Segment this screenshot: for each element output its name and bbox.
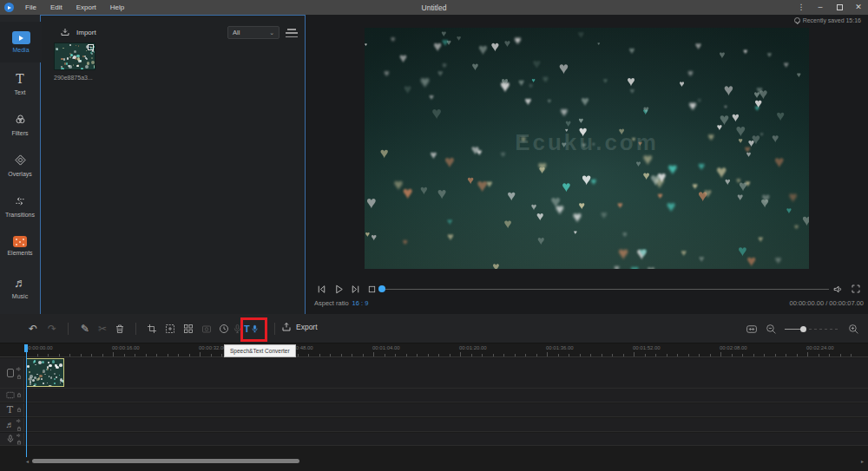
media-clip-name: 290e8875a3...: [54, 75, 95, 81]
close-button[interactable]: ✕: [849, 0, 868, 15]
filters-icon: [14, 112, 27, 128]
text-icon: T: [16, 71, 23, 87]
undo-icon[interactable]: ↶: [27, 323, 39, 335]
preview-meta-row: Aspect ratio16 : 9 00:00:00.00 / 00:00:0…: [306, 298, 868, 310]
track-text[interactable]: T: [0, 403, 868, 417]
timeline-zoom-slider[interactable]: [785, 323, 840, 335]
mosaic-icon[interactable]: [182, 323, 194, 335]
app-window: File Edit Export Help Untitled ⋮ – ✕ Med…: [0, 0, 868, 471]
window-title: Untitled: [0, 3, 868, 12]
sidebar-item-label: Filters: [11, 130, 28, 136]
lock-icon[interactable]: [16, 392, 22, 398]
chevron-down-icon: ⌄: [269, 29, 274, 36]
track-text-header: T: [0, 403, 24, 416]
sidebar-item-transitions[interactable]: Transitions: [0, 185, 40, 226]
sidebar-item-label: Overlays: [8, 171, 32, 177]
timeline-scrollbar[interactable]: [32, 459, 299, 463]
sidebar-item-music[interactable]: ♬ Music: [0, 266, 40, 307]
toolbar: ↶ ↷ ✎ ✂ T: [0, 314, 868, 343]
import-button[interactable]: Import: [60, 27, 96, 37]
sidebar-item-label: Text: [15, 89, 26, 95]
playhead[interactable]: [26, 344, 27, 457]
play-button[interactable]: [332, 282, 345, 296]
freeze-frame-icon[interactable]: [164, 323, 176, 335]
zoom-out-icon[interactable]: [766, 324, 777, 335]
export-icon: [281, 322, 292, 332]
sidebar-item-label: Transitions: [5, 212, 35, 218]
sidebar-item-filters[interactable]: Filters: [0, 103, 40, 144]
media-filter-select[interactable]: All ⌄: [227, 26, 279, 39]
zoom-slider-handle[interactable]: [800, 326, 806, 332]
add-to-timeline-icon[interactable]: +: [88, 44, 94, 50]
delete-icon[interactable]: [114, 323, 126, 335]
mute-icon[interactable]: [16, 433, 22, 438]
maximize-button[interactable]: [830, 0, 849, 15]
music-track-icon: ♬: [4, 420, 16, 429]
sidebar-item-label: Media: [12, 47, 29, 53]
track-record[interactable]: [0, 433, 868, 446]
lock-icon[interactable]: [16, 374, 22, 380]
mute-icon[interactable]: [16, 418, 22, 424]
import-label: Import: [76, 29, 96, 36]
sidebar-item-overlays[interactable]: Overlays: [0, 144, 40, 185]
fullscreen-icon[interactable]: [849, 282, 863, 296]
list-view-icon[interactable]: [286, 29, 298, 37]
aspect-ratio[interactable]: Aspect ratio16 : 9: [314, 299, 368, 307]
video-preview[interactable]: ♥♥♥♥♥♥♥♥♥♥♥♥♥♥♥♥♥♥♥♥♥♥♥♥♥♥♥♥♥♥♥♥♥♥♥♥♥♥♥♥…: [365, 28, 809, 269]
track-pip-header: [0, 389, 24, 402]
track-pip[interactable]: [0, 389, 868, 402]
video-track-icon: [4, 367, 16, 379]
media-clip-item[interactable]: + 290e8875a3...: [54, 43, 95, 81]
export-label: Export: [296, 323, 318, 331]
lock-icon[interactable]: [16, 407, 22, 413]
media-filter-value: All: [233, 29, 240, 36]
timeline-clip[interactable]: [26, 358, 64, 387]
track-music-header: ♬: [0, 418, 24, 431]
snapshot-icon[interactable]: [201, 323, 213, 335]
next-frame-button[interactable]: [348, 282, 362, 296]
media-clip-thumbnail[interactable]: +: [54, 43, 95, 70]
sidebar: Media T Text Filters Overlays: [0, 15, 41, 314]
video-watermark: Ecuku.com: [365, 129, 809, 156]
scroll-right-icon[interactable]: ▸: [861, 458, 864, 464]
sidebar-item-elements[interactable]: Elements: [0, 226, 40, 266]
timeline: 00:00:00.0000:00:16.0000:00:32.0000:00:4…: [0, 343, 868, 471]
record-track-icon: [4, 434, 16, 444]
track-music[interactable]: ♬: [0, 418, 868, 432]
redo-icon[interactable]: ↷: [46, 323, 58, 335]
preview-progress-handle[interactable]: [378, 285, 385, 292]
track-video[interactable]: [0, 358, 868, 389]
duration-icon[interactable]: [218, 323, 230, 335]
track-record-header: [0, 433, 24, 445]
minimize-button[interactable]: –: [811, 0, 830, 15]
track-video-header: [0, 358, 24, 388]
timeline-zoom-controls: [746, 323, 859, 335]
overlays-icon: [14, 153, 27, 168]
music-icon: ♬: [14, 275, 26, 291]
split-icon[interactable]: ✂: [96, 323, 108, 335]
edit-icon[interactable]: ✎: [79, 323, 91, 335]
preview-progress-bar[interactable]: [382, 289, 829, 290]
mute-icon[interactable]: [16, 366, 22, 372]
volume-icon[interactable]: [831, 282, 845, 296]
sidebar-item-label: Music: [12, 293, 28, 299]
media-panel: Import All ⌄ + 290e8875a3...: [41, 15, 306, 314]
scroll-left-icon[interactable]: ◂: [26, 458, 29, 464]
timecode: 00:00:00.00 / 00:00:07.00: [790, 299, 865, 307]
previous-frame-button[interactable]: [314, 282, 328, 296]
timeline-ruler[interactable]: 00:00:00.0000:00:16.0000:00:32.0000:00:4…: [0, 343, 868, 357]
export-button[interactable]: Export: [281, 322, 318, 332]
sidebar-item-media[interactable]: Media: [0, 22, 42, 62]
lock-icon[interactable]: [16, 426, 22, 432]
speech-text-converter-icon[interactable]: T: [244, 323, 265, 335]
lock-icon[interactable]: [16, 440, 22, 445]
stop-button[interactable]: [365, 282, 378, 296]
pip-track-icon: [4, 390, 16, 400]
crop-icon[interactable]: [146, 323, 158, 335]
fit-timeline-icon[interactable]: [746, 324, 758, 335]
sidebar-item-text[interactable]: T Text: [0, 62, 40, 103]
zoom-in-icon[interactable]: [848, 324, 859, 335]
more-menu-icon[interactable]: ⋮: [792, 0, 811, 15]
title-bar: File Edit Export Help Untitled ⋮ – ✕: [0, 0, 868, 15]
import-icon: [60, 27, 70, 37]
